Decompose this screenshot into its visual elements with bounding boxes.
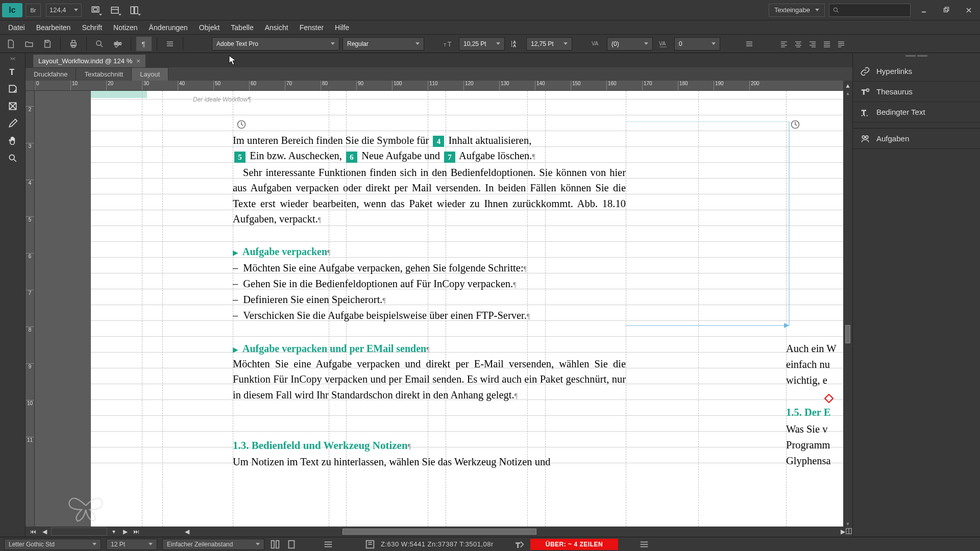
section-heading[interactable]: 1.3. Bedienfeld und Werkzeug Notizen¶: [233, 438, 626, 454]
menu-schrift[interactable]: Schrift: [82, 23, 102, 32]
menu-bearbeiten[interactable]: Bearbeiten: [36, 23, 71, 32]
workspace-switcher[interactable]: Texteingabe: [769, 4, 825, 17]
canvas[interactable]: Der ideale Workflow¶ /* lines via JS bel…: [35, 91, 843, 527]
menu-fenster[interactable]: Fenster: [300, 23, 324, 32]
dock-collapse[interactable]: [853, 53, 980, 61]
new-button[interactable]: [3, 37, 18, 51]
tab-textabschnitt[interactable]: Textabschnitt: [76, 67, 132, 81]
horizontal-scrollbar[interactable]: [200, 528, 830, 535]
page-dropdown[interactable]: ▾: [109, 528, 118, 536]
leading-dropdown[interactable]: 12,75 Pt: [526, 37, 572, 51]
align-right-button[interactable]: [807, 38, 818, 49]
single-column-icon[interactable]: [286, 539, 297, 550]
menu-hilfe[interactable]: Hilfe: [335, 23, 349, 32]
tab-druckfahne[interactable]: Druckfahne: [26, 67, 76, 81]
overflow-text[interactable]: Auch ein W: [786, 341, 837, 356]
overflow-text[interactable]: Was Sie v: [786, 421, 827, 437]
font-size-dropdown[interactable]: 10,25 Pt: [459, 37, 505, 51]
overflow-text[interactable]: wichtig, e: [786, 372, 827, 388]
menu-tabelle[interactable]: Tabelle: [231, 23, 253, 32]
scrollbar-thumb[interactable]: [342, 529, 536, 535]
align-justify-last-left-button[interactable]: [836, 38, 847, 49]
columns-icon[interactable]: [270, 539, 281, 550]
panel-menu-icon[interactable]: [742, 37, 757, 51]
close-tab-icon[interactable]: ×: [136, 57, 140, 65]
next-page-button[interactable]: ▶: [120, 528, 130, 536]
view-options-button[interactable]: [107, 4, 122, 17]
prev-page-button[interactable]: ◀: [40, 528, 49, 536]
panel-menu-icon[interactable]: [162, 37, 178, 51]
horizontal-ruler[interactable]: 0102030405060708090100110120130140150160…: [35, 81, 843, 91]
screen-mode-button[interactable]: [88, 4, 103, 17]
spellcheck-button[interactable]: abc: [110, 37, 126, 51]
close-button[interactable]: [960, 3, 978, 17]
arrange-docs-button[interactable]: [127, 4, 142, 17]
font-family-dropdown[interactable]: Adobe Text Pro: [212, 37, 339, 51]
align-center-button[interactable]: [793, 38, 804, 49]
list-item[interactable]: –Möchten Sie eine Aufgabe verpacken, geh…: [233, 260, 626, 276]
scroll-up-button[interactable]: ▲: [843, 81, 852, 91]
body-paragraph[interactable]: Sehr interessante Funktionen finden sich…: [233, 165, 626, 227]
menu-notizen[interactable]: Notizen: [113, 23, 137, 32]
track-changes-icon[interactable]: T: [514, 539, 525, 550]
overflow-text[interactable]: Glyphensa: [786, 453, 831, 468]
collapse-toggle[interactable]: [0, 55, 25, 62]
list-item[interactable]: –Definieren Sie einen Speicherort.¶: [233, 292, 626, 307]
last-page-button[interactable]: ⏭: [132, 528, 141, 536]
heading[interactable]: ▶Aufgabe verpacken¶: [233, 244, 626, 260]
minimize-button[interactable]: [915, 3, 933, 17]
position-tool[interactable]: [4, 98, 21, 114]
status-leading-dropdown[interactable]: Einfacher Zeilenabstand: [162, 539, 264, 550]
align-justify-button[interactable]: [821, 38, 832, 49]
list-item[interactable]: –Verschicken Sie die Aufgabe beispielswe…: [233, 308, 626, 323]
open-button[interactable]: [21, 37, 37, 51]
scrollbar-thumb[interactable]: [845, 325, 850, 343]
menu-aenderungen[interactable]: Änderungen: [149, 23, 188, 32]
body-paragraph[interactable]: Möchten Sie eine Aufgabe verpacken und d…: [233, 356, 626, 403]
status-size-dropdown[interactable]: 12 Pt: [106, 539, 157, 550]
ruler-origin[interactable]: [26, 81, 35, 91]
bridge-button[interactable]: Br: [26, 4, 41, 17]
eyedropper-tool[interactable]: [4, 115, 21, 132]
note-tool[interactable]: [4, 81, 21, 97]
tracking-dropdown[interactable]: 0: [674, 37, 720, 51]
align-left-button[interactable]: [778, 38, 790, 49]
zoom-tool[interactable]: [4, 150, 21, 166]
panel-hyperlinks[interactable]: Hyperlinks: [853, 61, 980, 82]
save-button[interactable]: [40, 37, 55, 51]
tab-layout[interactable]: Layout: [132, 67, 168, 81]
hand-tool[interactable]: [4, 133, 21, 149]
status-font-dropdown[interactable]: Letter Gothic Std: [4, 539, 101, 550]
heading[interactable]: ▶Aufgabe verpacken und per EMail senden¶: [233, 341, 626, 357]
scroll-right-button[interactable]: ▶: [841, 528, 845, 535]
page-field[interactable]: [51, 528, 107, 536]
font-style-dropdown[interactable]: Regular: [342, 37, 424, 51]
panel-menu-icon[interactable]: [639, 539, 650, 550]
overflow-text[interactable]: einfach nu: [786, 357, 830, 372]
overflow-heading[interactable]: 1.5. Der E: [786, 405, 830, 420]
search-field[interactable]: [829, 4, 911, 17]
find-button[interactable]: [92, 37, 107, 51]
print-button[interactable]: [66, 37, 81, 51]
show-hidden-chars-button[interactable]: ¶: [136, 37, 152, 51]
panel-assignments[interactable]: Aufgaben: [853, 129, 980, 149]
body-paragraph[interactable]: Um Notizen im Text zu hinterlassen, wähl…: [233, 454, 626, 469]
vertical-ruler[interactable]: 234567891011: [26, 91, 35, 527]
overflow-text[interactable]: Programm: [786, 437, 830, 453]
type-tool[interactable]: T: [4, 63, 21, 80]
body-paragraph[interactable]: Im unteren Bereich finden Sie die Symbol…: [233, 133, 626, 164]
zoom-level-dropdown[interactable]: 124,4: [46, 4, 82, 17]
document-tab[interactable]: Layout_Workflow.indd @ 124 % ×: [33, 54, 146, 67]
panel-menu-icon[interactable]: [323, 539, 334, 550]
panel-thesaurus[interactable]: T Thesaurus: [853, 82, 980, 102]
list-item[interactable]: –Gehen Sie in die Bedienfeldoptionen auf…: [233, 276, 626, 291]
scroll-left-button[interactable]: ◀: [185, 528, 189, 535]
menu-objekt[interactable]: Objekt: [199, 23, 219, 32]
maximize-button[interactable]: [937, 3, 955, 17]
split-view-button[interactable]: [845, 528, 852, 536]
panel-conditional-text[interactable]: T Bedingter Text: [853, 102, 980, 122]
first-page-button[interactable]: ⏮: [29, 528, 38, 536]
vertical-scrollbar[interactable]: ▲ ▼: [843, 91, 852, 527]
menu-datei[interactable]: Datei: [8, 23, 25, 32]
menu-ansicht[interactable]: Ansicht: [265, 23, 288, 32]
